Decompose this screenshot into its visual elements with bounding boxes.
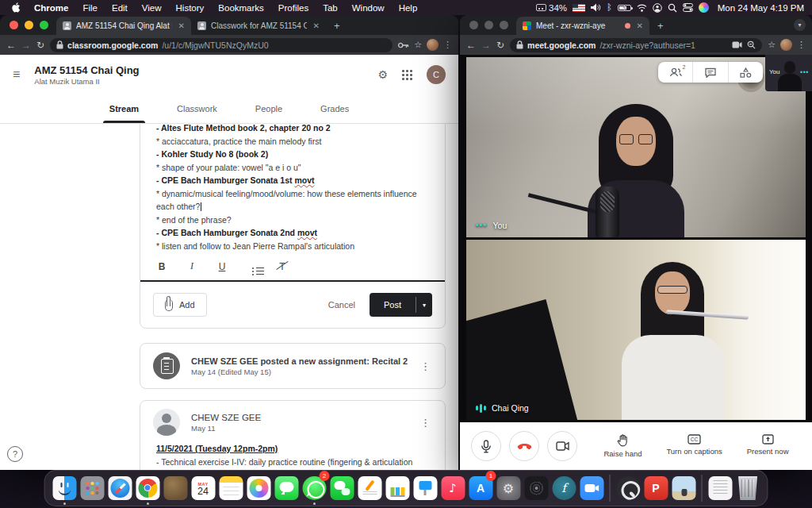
new-tab-button[interactable]: +	[649, 20, 672, 35]
new-tab-button[interactable]: +	[326, 20, 348, 35]
minimize-window-button[interactable]	[485, 21, 493, 29]
dock-item-messages[interactable]	[274, 472, 299, 504]
reload-icon[interactable]: ↻	[36, 40, 44, 50]
zoom-window-button[interactable]	[500, 21, 508, 29]
clear-formatting-icon[interactable]: T	[277, 261, 288, 272]
tab-close-icon[interactable]: ✕	[177, 21, 185, 30]
dock-item-photos[interactable]	[247, 472, 271, 504]
activities-button[interactable]	[728, 62, 763, 83]
window-controls[interactable]	[0, 15, 56, 35]
tab-classwork[interactable]: Classwork	[161, 94, 233, 123]
dock-item-launchpad[interactable]	[80, 472, 105, 504]
battery-charging-icon[interactable]	[618, 5, 631, 11]
close-window-button[interactable]	[10, 21, 18, 29]
spotlight-search-icon[interactable]	[668, 3, 677, 13]
input-source-flag-icon[interactable]	[573, 4, 585, 12]
microphone-button[interactable]	[471, 431, 501, 461]
post-dropdown-icon[interactable]: ▾	[416, 293, 432, 317]
tab-close-icon[interactable]: ✕	[312, 21, 320, 30]
assignment-post-card[interactable]: CHEW SZE GEE posted a new assignment: Re…	[140, 343, 446, 389]
forward-icon[interactable]: →	[481, 40, 491, 50]
present-now-button[interactable]: Present now	[747, 434, 789, 458]
address-bar[interactable]: classroom.google.com/u/1/c/MjgwNTU5NzQyM…	[50, 38, 393, 52]
menubar-clock[interactable]: Mon 24 May 4:19 PM	[718, 3, 804, 13]
browser-menu-icon[interactable]: ⋮	[443, 40, 452, 50]
hamburger-menu-icon[interactable]: ≡	[13, 67, 20, 82]
thumbnail-menu-icon[interactable]: •••	[800, 68, 809, 76]
underline-icon[interactable]: U	[216, 261, 228, 272]
dock-item-trash[interactable]	[736, 472, 760, 504]
menu-window[interactable]: Window	[345, 3, 392, 13]
dock-item-brown[interactable]	[163, 472, 188, 504]
tab-stream[interactable]: Stream	[94, 94, 155, 123]
control-center-icon[interactable]	[683, 3, 693, 12]
browser-tab-meet[interactable]: Meet - zxr-wzni-aye ✕	[516, 17, 649, 35]
menu-tab[interactable]: Tab	[316, 3, 345, 13]
help-button[interactable]: ?	[7, 446, 23, 462]
chat-button[interactable]	[692, 62, 727, 83]
google-apps-grid-icon[interactable]	[402, 70, 412, 80]
back-icon[interactable]: ←	[466, 40, 476, 50]
menu-edit[interactable]: Edit	[105, 3, 135, 13]
assignment-post-title[interactable]: CHEW SZE GEE posted a new assignment: Re…	[191, 356, 408, 366]
profile-avatar[interactable]	[780, 39, 792, 51]
reload-icon[interactable]: ↻	[496, 40, 504, 50]
menu-help[interactable]: Help	[392, 3, 425, 13]
post-button[interactable]: Post	[370, 293, 416, 317]
password-key-icon[interactable]	[398, 42, 409, 48]
minimize-window-button[interactable]	[25, 21, 33, 29]
post-options-icon[interactable]: ⋮	[416, 417, 435, 429]
forward-icon[interactable]: →	[21, 40, 31, 50]
video-tile-peer[interactable]: Chai Qing	[466, 240, 806, 420]
siri-icon[interactable]	[699, 2, 709, 13]
cancel-button[interactable]: Cancel	[320, 295, 363, 314]
dock-item-quicktime[interactable]	[616, 472, 641, 504]
camera-button[interactable]	[547, 431, 577, 461]
battery-widget-icon[interactable]: 34%	[536, 3, 567, 13]
menu-history[interactable]: History	[169, 3, 212, 13]
address-bar[interactable]: meet.google.com/zxr-wzni-aye?authuser=1	[510, 38, 762, 52]
add-attachment-button[interactable]: Add	[153, 293, 207, 317]
menu-profiles[interactable]: Profiles	[271, 3, 316, 13]
dock-item-keynote[interactable]	[413, 472, 438, 504]
bookmark-star-icon[interactable]: ☆	[768, 40, 776, 50]
raise-hand-button[interactable]: Raise hand	[603, 434, 642, 458]
tile-menu-icon[interactable]: •••	[476, 223, 488, 228]
menu-chrome[interactable]: Chrome	[27, 3, 75, 13]
bookmark-star-icon[interactable]: ☆	[414, 40, 422, 50]
camera-in-use-icon[interactable]	[732, 41, 742, 48]
menu-view[interactable]: View	[135, 3, 169, 13]
video-tile-self[interactable]: ••• You	[466, 57, 806, 237]
dock-item-disc[interactable]	[524, 472, 549, 504]
window-controls[interactable]	[460, 15, 516, 35]
browser-tab-classroom-stream[interactable]: AMZ 51154 Chai Qing Alat Muz ✕	[56, 17, 191, 35]
dock-item-music[interactable]: ♪	[441, 472, 465, 504]
bold-icon[interactable]: B	[156, 261, 167, 272]
dock-item-pdf[interactable]: P	[644, 472, 668, 504]
self-view-thumbnail[interactable]: You •••	[765, 55, 812, 91]
zoom-page-icon[interactable]	[747, 40, 756, 49]
back-icon[interactable]: ←	[6, 40, 16, 50]
post-split-button[interactable]: Post ▾	[370, 293, 432, 317]
leave-call-button[interactable]	[509, 431, 539, 461]
dock-item-finder[interactable]	[52, 472, 77, 504]
close-window-button[interactable]	[469, 21, 478, 29]
tab-search-icon[interactable]: ▾	[794, 19, 806, 31]
tab-close-icon[interactable]: ✕	[635, 21, 643, 30]
italic-icon[interactable]: I	[186, 260, 197, 272]
dock-item-appstore[interactable]: A1	[469, 472, 493, 504]
dock-item-sysprefs[interactable]: ⚙	[496, 472, 521, 504]
dock-item-whatsapp[interactable]: 2	[302, 472, 327, 504]
dock-item-chrome[interactable]	[136, 472, 160, 504]
tab-people[interactable]: People	[239, 94, 298, 123]
account-icon[interactable]	[653, 3, 662, 13]
zoom-window-button[interactable]	[40, 21, 48, 29]
apple-menu-icon[interactable]	[11, 2, 21, 13]
browser-tab-classroom-classwork[interactable]: Classwork for AMZ 51154 Chai ✕	[191, 17, 326, 35]
dock-item-calendar[interactable]: MAY24	[191, 472, 216, 504]
browser-menu-icon[interactable]: ⋮	[797, 40, 806, 50]
dock-item-safari[interactable]	[108, 472, 132, 504]
dock-item-forscore[interactable]: f	[552, 472, 576, 504]
menu-bookmarks[interactable]: Bookmarks	[211, 3, 271, 13]
bluetooth-icon[interactable]: ᛒ	[607, 2, 612, 13]
